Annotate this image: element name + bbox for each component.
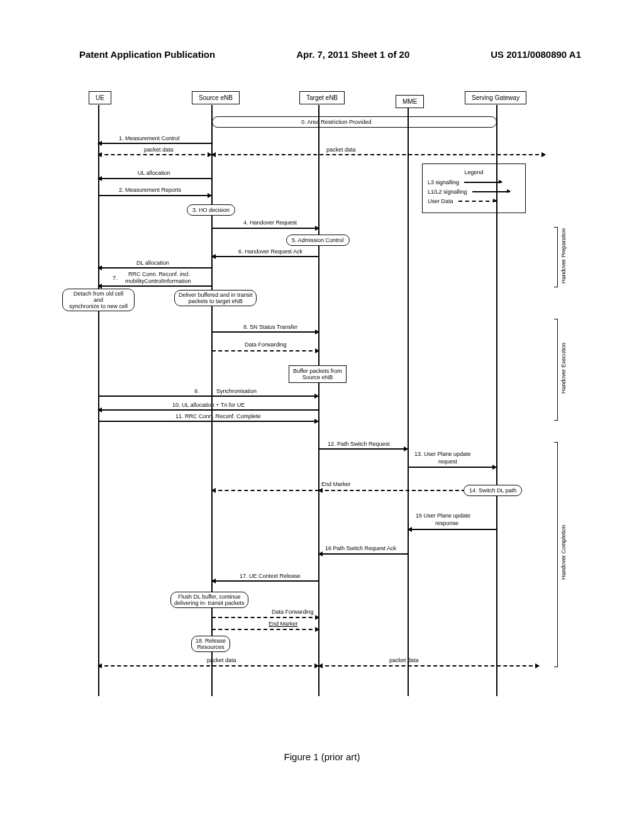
packet-data-1: packet data	[144, 147, 174, 153]
msg-7a: RRC Conn. Reconf. incl.	[128, 271, 190, 277]
legend-l12: L1/L2 signalling	[428, 189, 467, 195]
mme-line	[408, 108, 409, 696]
msg-11: 11. RRC Conn. Reconf. Complete	[175, 413, 261, 419]
msg-4: 4. Handover Request	[243, 219, 297, 226]
msg-1: 1. Measurement Control	[119, 135, 180, 141]
msg-13a: 13. User Plane update	[414, 451, 471, 457]
packet-dash-1	[98, 154, 211, 155]
data-fwd: Data Forwarding	[245, 341, 287, 348]
msg-7b: mobilityControlInformation	[125, 278, 191, 284]
msg-6: 6. Handover Request Ack	[238, 248, 303, 255]
arrow-8	[212, 331, 319, 333]
arrow-2	[98, 195, 211, 196]
msg-3: 3. HO decision	[187, 204, 235, 216]
dl-alloc: DL allocation	[136, 260, 169, 266]
msg-13b: request	[438, 458, 457, 465]
ul-alloc: UL allocation	[138, 170, 170, 176]
header-right: US 2011/0080890 A1	[491, 49, 581, 60]
end-marker-2: End Marker	[269, 621, 298, 627]
flush-box: Flush DL buffer, continue delivering in-…	[170, 592, 248, 608]
target-line	[318, 105, 319, 696]
arrow-6	[212, 256, 319, 257]
bracket-comp	[554, 442, 558, 667]
bracket-prep	[554, 227, 558, 287]
arrow-13	[408, 467, 496, 468]
bracket-exec	[554, 319, 558, 421]
packet-dash-4	[319, 665, 539, 667]
packet-data-2: packet data	[326, 147, 356, 153]
arrow-1	[98, 143, 211, 144]
dash-em1	[212, 490, 319, 491]
arrow-dl	[98, 267, 211, 268]
arrow-15	[408, 529, 496, 530]
msg-9: Synchronisation	[216, 388, 257, 394]
msg-14: 14. Switch DL path	[464, 485, 522, 496]
msg-0: 0. Area Restriction Provided	[301, 119, 372, 125]
lifeline-mme: MME	[396, 95, 424, 108]
lifeline-gateway: Serving Gateway	[465, 91, 526, 104]
ue-line	[98, 105, 99, 696]
dash-em3	[212, 629, 319, 630]
msg-17: 17. UE Context Release	[240, 573, 301, 579]
label-exec: Handover Execution	[560, 343, 567, 394]
dash-fwd	[212, 350, 319, 351]
legend-l3: L3 signalling	[428, 179, 459, 185]
detach-box: Detach from old cell and synchronize to …	[62, 289, 135, 311]
packet-dash-2	[212, 154, 545, 155]
label-prep: Handover Preparation	[560, 228, 567, 284]
arrow-10	[98, 409, 318, 411]
arrow-9	[98, 396, 318, 397]
header-center: Apr. 7, 2011 Sheet 1 of 20	[296, 49, 409, 60]
legend-title: Legend	[428, 169, 520, 175]
arrow-17	[212, 580, 319, 582]
msg-18: 18. Release Resources	[191, 636, 230, 652]
msg-8: 8. SN Status Transfer	[243, 324, 297, 330]
packet-data-3: packet data	[207, 657, 236, 663]
dash-fwd2	[212, 617, 319, 618]
msg-7n: 7.	[113, 275, 118, 281]
msg-12: 12. Path Switch Request	[328, 441, 390, 447]
packet-dash-3	[98, 665, 318, 667]
deliver-box: Deliver buffered and in transit packets …	[174, 290, 257, 306]
lifeline-source-enb: Source eNB	[192, 91, 240, 104]
lifeline-target-enb: Target eNB	[299, 91, 345, 104]
lifeline-ue: UE	[89, 91, 111, 104]
figure-caption: Figure 1 (prior art)	[0, 751, 644, 762]
msg-15a: 15 User Plane update	[416, 512, 470, 519]
msg-15b: response	[435, 520, 458, 526]
arrow-4	[212, 228, 319, 229]
msg-2: 2. Measurement Reports	[119, 187, 181, 193]
label-comp: Handover Completion	[560, 525, 567, 580]
msg-10: 10. UL allocation + TA for UE	[172, 402, 245, 408]
arrow-16	[319, 553, 408, 555]
legend: Legend L3 signalling L1/L2 signalling Us…	[422, 163, 526, 213]
end-marker-1: End Marker	[321, 481, 351, 487]
arrow-7	[98, 285, 211, 287]
sequence-diagram: UE Source eNB Target eNB MME Serving Gat…	[62, 91, 582, 714]
packet-data-4: packet data	[389, 657, 419, 663]
arrow-12	[319, 448, 408, 450]
buffer-box: Buffer packets from Source eNB	[289, 365, 347, 383]
arrow-11	[98, 421, 318, 422]
msg-16: 16 Path Switch Request Ack	[325, 545, 396, 551]
arrow-ul	[98, 178, 211, 179]
header-left: Patent Application Publication	[79, 49, 215, 60]
legend-user: User Data	[428, 198, 453, 204]
msg-9n: 9.	[194, 388, 199, 394]
msg-5: 5. Admission Control	[286, 235, 350, 246]
data-fwd-2: Data Forwarding	[272, 609, 314, 615]
